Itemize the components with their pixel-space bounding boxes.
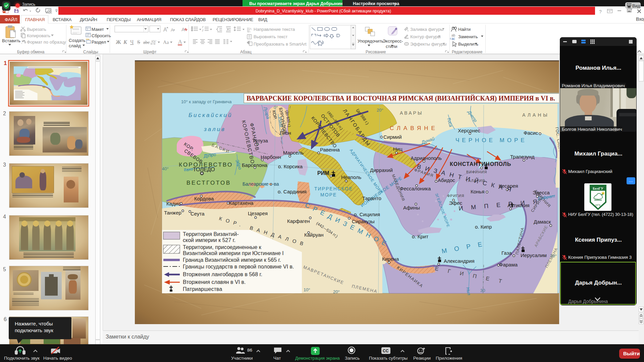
svg-text:Иерусалим: Иерусалим	[521, 252, 547, 258]
svg-text:СЛАВЯНЕ: СЛАВЯНЕ	[390, 125, 438, 131]
svg-text:Ч: Ч	[130, 39, 133, 45]
svg-text:Эфес: Эфес	[449, 200, 462, 206]
svg-text:Территории, присоединенные к: Территории, присоединенные к	[183, 244, 262, 250]
svg-text:ТОЛЕДО: ТОЛЕДО	[193, 167, 215, 172]
svg-text:Трапезунд: Трапезунд	[510, 154, 535, 160]
svg-text:10°: 10°	[304, 287, 310, 292]
svg-text:Ж: Ж	[116, 39, 121, 45]
svg-text:Цезарея: Цезарея	[248, 210, 268, 216]
svg-text:РИМ: РИМ	[317, 170, 329, 176]
svg-text:Танжер: Танжер	[164, 210, 181, 216]
svg-text:о. Сицилия: о. Сицилия	[354, 212, 380, 217]
svg-text:Таранто: Таранто	[362, 195, 381, 201]
svg-text:2: 2	[202, 29, 203, 32]
svg-text:Диррахий: Диррахий	[370, 167, 393, 173]
svg-text:Равенна: Равенна	[320, 147, 340, 153]
svg-text:о. Корсика: о. Корсика	[278, 164, 303, 169]
svg-text:A: A	[163, 27, 167, 33]
svg-text:МОРЕ: МОРЕ	[320, 192, 337, 197]
svg-text:1876: 1876	[595, 204, 600, 207]
svg-text:Границы государств в первой по: Границы государств в первой половине VI …	[183, 264, 294, 269]
svg-text:Ниц: Ниц	[393, 146, 402, 152]
svg-text:о. Крит: о. Крит	[412, 234, 428, 239]
svg-text:A: A	[178, 39, 182, 45]
svg-text:Фасис: Фасис	[524, 130, 538, 136]
svg-text:Тулуза: Тулуза	[252, 138, 268, 143]
svg-text:Дамаск: Дамаск	[534, 219, 551, 225]
svg-text:Марсель: Марсель	[283, 150, 304, 156]
svg-text:CC: CC	[383, 349, 389, 353]
svg-text:20°: 20°	[377, 108, 383, 113]
svg-text:Нарбонн: Нарбонн	[261, 154, 281, 160]
svg-text:A: A	[171, 27, 174, 33]
svg-text:10° к западу от Гринвича: 10° к западу от Гринвича	[181, 99, 232, 104]
svg-text:A: A	[250, 27, 252, 31]
svg-text:86: 86	[247, 348, 252, 353]
svg-text:Кадис: Кадис	[166, 201, 180, 206]
svg-text:АЛАНЫ: АЛАНЫ	[522, 112, 549, 118]
svg-text:1: 1	[202, 26, 203, 28]
svg-text:ФРИГИЯ: ФРИГИЯ	[447, 194, 464, 198]
svg-text:Неаполь: Неаполь	[341, 174, 361, 180]
svg-text:ВИФИНИЯ: ВИФИНИЯ	[466, 170, 487, 174]
svg-text:Александрия: Александрия	[444, 258, 475, 264]
svg-text:АВАРЫ: АВАРЫ	[400, 110, 423, 116]
svg-text:Вторжения лангобардов в 568 г.: Вторжения лангобардов в 568 г.	[183, 272, 262, 277]
svg-text:Абидос: Абидос	[438, 177, 455, 183]
svg-text:Афины: Афины	[403, 205, 420, 210]
svg-text:ГАЛАТИЯ: ГАЛАТИЯ	[466, 179, 485, 183]
svg-text:К: К	[123, 39, 127, 45]
svg-text:Газа: Газа	[501, 250, 512, 256]
svg-text:20°: 20°	[333, 289, 340, 294]
svg-text:Граница Византийской империи к: Граница Византийской империи к 565 г.	[183, 257, 281, 263]
svg-text:40°: 40°	[162, 166, 169, 171]
svg-text:Фессалоника: Фессалоника	[400, 186, 431, 191]
svg-text:Эдесса: Эдесса	[533, 190, 550, 195]
svg-text:Антиохия: Антиохия	[507, 202, 530, 208]
svg-text:Лион: Лион	[279, 130, 291, 136]
svg-text:ac: ac	[451, 37, 455, 41]
svg-text:Территория Византий-: Территория Византий-	[183, 231, 239, 237]
svg-text:залив: залив	[204, 126, 226, 132]
svg-text:КОНСТАНТИНОПОЛЬ: КОНСТАНТИНОПОЛЬ	[450, 161, 511, 167]
svg-text:Барселона: Барселона	[242, 162, 267, 168]
svg-text:0°: 0°	[274, 105, 278, 110]
svg-text:Адрианополь: Адрианополь	[411, 155, 442, 161]
svg-text:Сеута: Сеута	[191, 211, 205, 217]
svg-text:Кесарея: Кесарея	[499, 183, 518, 189]
svg-text:Aa: Aa	[163, 40, 169, 45]
svg-text:ВЕСТГОТОВ: ВЕСТГОТОВ	[186, 180, 231, 186]
svg-text:Карфаген: Карфаген	[287, 218, 310, 224]
svg-text:Кирена: Кирена	[382, 256, 399, 262]
svg-text:Конья: Конья	[471, 189, 484, 194]
svg-text:Херсонес: Херсонес	[458, 128, 480, 133]
svg-text:Кордова: Кордова	[194, 196, 214, 201]
svg-text:Вторжения славян в VI в.: Вторжения славян в VI в.	[183, 279, 246, 285]
svg-text:Фарама: Фарама	[499, 262, 518, 267]
svg-text:БелГУ: БелГУ	[593, 187, 603, 190]
svg-text:ВАРВАРСКИЕ КОРОЛЕВСТВА И ВОСТО: ВАРВАРСКИЕ КОРОЛЕВСТВА И ВОСТОЧНАЯ РИМСК…	[247, 94, 555, 102]
svg-text:30: 30	[480, 288, 485, 293]
svg-text:Византийской империи при Юстин: Византийской империи при Юстиниане I	[183, 250, 284, 256]
svg-text:Кайруан: Кайруан	[304, 232, 324, 238]
svg-text:Балеарские о-ва: Балеарские о-ва	[243, 181, 279, 187]
svg-text:ской империи к 527 г.: ской империи к 527 г.	[183, 237, 235, 243]
svg-text:ТИРРЕНСКОЕ: ТИРРЕНСКОЕ	[314, 186, 353, 191]
svg-text:Патриаршества: Патриаршества	[183, 286, 222, 292]
svg-text:о. Кипр: о. Кипр	[475, 224, 492, 230]
svg-text:Картахена: Картахена	[229, 200, 254, 206]
svg-text:Сиракузы: Сиракузы	[352, 219, 375, 224]
svg-text:о. Сардиния: о. Сардиния	[278, 189, 307, 194]
svg-text:abc: abc	[143, 40, 150, 45]
svg-text:Бискайский: Бискайский	[189, 112, 232, 118]
svg-text:ЧЕРНОЕ МОРЕ: ЧЕРНОЕ МОРЕ	[455, 137, 527, 143]
svg-text:Сирмий: Сирмий	[383, 134, 402, 140]
svg-text:S: S	[137, 39, 140, 45]
